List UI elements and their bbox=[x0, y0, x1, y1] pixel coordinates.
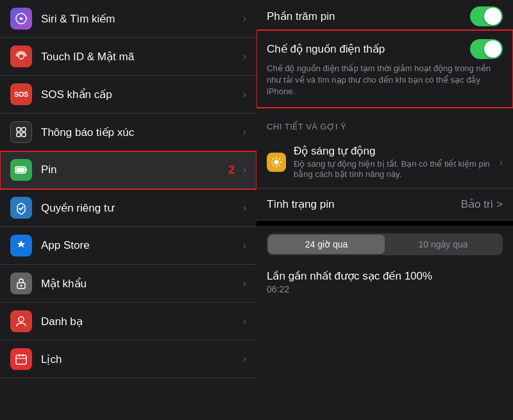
chi-tiet-header: CHI TIẾT VÀ GỢI Ý bbox=[256, 109, 513, 137]
chevron-icon: › bbox=[243, 51, 246, 62]
do-sang-chevron: › bbox=[500, 156, 503, 168]
charge-info: Lần gần nhất được sạc đến 100% 06:22 bbox=[256, 263, 513, 298]
chevron-icon: › bbox=[243, 278, 246, 289]
settings-list: Siri & Tìm kiếm › Touch ID & Mật mã › SO… bbox=[0, 0, 256, 378]
svg-rect-5 bbox=[22, 133, 26, 137]
phan-tram-row: Phần trăm pin bbox=[256, 0, 513, 29]
badge-1: 2 bbox=[228, 164, 235, 177]
do-sang-item[interactable]: Độ sáng tự động Độ sáng tự động hiện bị … bbox=[256, 137, 513, 189]
battery-icon bbox=[10, 159, 32, 181]
sidebar-item-contact[interactable]: Thông báo tiếp xúc › bbox=[0, 113, 256, 151]
svg-rect-2 bbox=[17, 128, 21, 131]
contacts-icon bbox=[10, 310, 32, 332]
sidebar-item-privacy[interactable]: Quyền riêng tư › bbox=[0, 189, 256, 227]
touchid-icon bbox=[10, 46, 32, 67]
che-do-label: Chế độ nguồn điện thấp bbox=[267, 42, 385, 56]
che-do-description: Chế độ nguồn điện thấp tạm thời giảm hoạ… bbox=[267, 63, 503, 98]
svg-point-10 bbox=[21, 285, 22, 287]
sidebar-label-privacy: Quyền riêng tư bbox=[41, 201, 238, 215]
section-divider bbox=[256, 221, 513, 226]
sidebar-item-siri[interactable]: Siri & Tìm kiếm › bbox=[0, 0, 256, 38]
chevron-icon: › bbox=[243, 202, 246, 214]
calendar-icon bbox=[10, 348, 32, 370]
che-do-section: Chế độ nguồn điện thấp Chế độ nguồn điện… bbox=[256, 30, 513, 108]
svg-line-21 bbox=[273, 158, 274, 160]
tinh-trang-label: Tình trạng pin bbox=[267, 197, 334, 211]
do-sang-icon bbox=[267, 153, 286, 172]
tinh-trang-row[interactable]: Tình trạng pin Bảo trì > bbox=[256, 189, 513, 221]
che-do-toggle-row: Chế độ nguồn điện thấp bbox=[267, 39, 503, 59]
chevron-icon: › bbox=[243, 315, 246, 327]
sidebar-label-battery: Pin bbox=[41, 164, 238, 176]
sidebar-label-touchid: Touch ID & Mật mã bbox=[41, 50, 238, 63]
svg-rect-8 bbox=[17, 168, 25, 172]
chevron-icon: › bbox=[243, 353, 246, 365]
phan-tram-label: Phần trăm pin bbox=[267, 10, 335, 23]
svg-point-1 bbox=[19, 54, 24, 59]
left-panel: Siri & Tìm kiếm › Touch ID & Mật mã › SO… bbox=[0, 0, 256, 420]
svg-rect-7 bbox=[26, 169, 27, 171]
tinh-trang-value: Bảo trì > bbox=[461, 197, 503, 211]
password-icon bbox=[10, 273, 32, 294]
sidebar-item-touchid[interactable]: Touch ID & Mật mã › bbox=[0, 38, 256, 76]
chevron-icon: › bbox=[243, 13, 246, 24]
contact-notify-icon bbox=[10, 121, 32, 143]
svg-rect-3 bbox=[22, 128, 26, 131]
siri-icon bbox=[10, 8, 32, 29]
svg-point-11 bbox=[19, 317, 24, 322]
sidebar-item-calendar[interactable]: Lịch › bbox=[0, 340, 256, 378]
svg-point-16 bbox=[274, 160, 279, 164]
charge-title: Lần gần nhất được sạc đến 100% bbox=[267, 269, 503, 283]
svg-line-23 bbox=[279, 158, 280, 160]
che-do-toggle[interactable] bbox=[470, 39, 503, 59]
sidebar-item-sos[interactable]: SOS SOS khẩn cấp › bbox=[0, 76, 256, 113]
sidebar-item-password[interactable]: Mật khẩu › bbox=[0, 265, 256, 303]
tab-10d[interactable]: 10 ngày qua bbox=[385, 235, 501, 254]
charge-time: 06:22 bbox=[267, 284, 503, 294]
sidebar-label-password: Mật khẩu bbox=[41, 277, 238, 290]
phan-tram-toggle[interactable] bbox=[470, 6, 503, 26]
tab-bar: 24 giờ qua 10 ngày qua bbox=[267, 233, 503, 255]
do-sang-title: Độ sáng tự động bbox=[294, 144, 494, 158]
sidebar-item-battery[interactable]: Pin 2 › bbox=[0, 151, 256, 189]
sidebar-label-contacts: Danh bạ bbox=[41, 315, 238, 328]
chevron-icon: › bbox=[243, 126, 246, 138]
svg-line-22 bbox=[279, 165, 280, 166]
sidebar-item-contacts[interactable]: Danh bạ › bbox=[0, 303, 256, 340]
svg-line-24 bbox=[273, 165, 274, 166]
do-sang-sub: Độ sáng tự động hiện bị tắt. Bạn có thể … bbox=[294, 159, 494, 181]
toggle-knob-2 bbox=[484, 40, 501, 58]
appstore-icon bbox=[10, 235, 32, 256]
toggle-knob bbox=[484, 8, 501, 25]
do-sang-text: Độ sáng tự động Độ sáng tự động hiện bị … bbox=[294, 144, 494, 181]
tab-24h[interactable]: 24 giờ qua bbox=[268, 235, 385, 254]
sidebar-label-appstore: App Store bbox=[41, 239, 238, 252]
chevron-icon: › bbox=[243, 164, 246, 176]
sidebar-label-siri: Siri & Tìm kiếm bbox=[41, 12, 238, 26]
sidebar-label-calendar: Lịch bbox=[41, 353, 238, 366]
right-panel: Phần trăm pin Chế độ nguồn điện thấp Chế… bbox=[256, 0, 513, 420]
sos-icon: SOS bbox=[10, 83, 32, 105]
chevron-icon: › bbox=[243, 88, 246, 100]
svg-rect-12 bbox=[16, 355, 26, 364]
sidebar-label-sos: SOS khẩn cấp bbox=[41, 88, 238, 101]
sidebar-item-appstore[interactable]: App Store › bbox=[0, 227, 256, 265]
chevron-icon: › bbox=[243, 240, 246, 251]
svg-rect-4 bbox=[17, 133, 21, 137]
privacy-icon bbox=[10, 197, 32, 219]
sidebar-label-contact: Thông báo tiếp xúc bbox=[41, 126, 238, 139]
